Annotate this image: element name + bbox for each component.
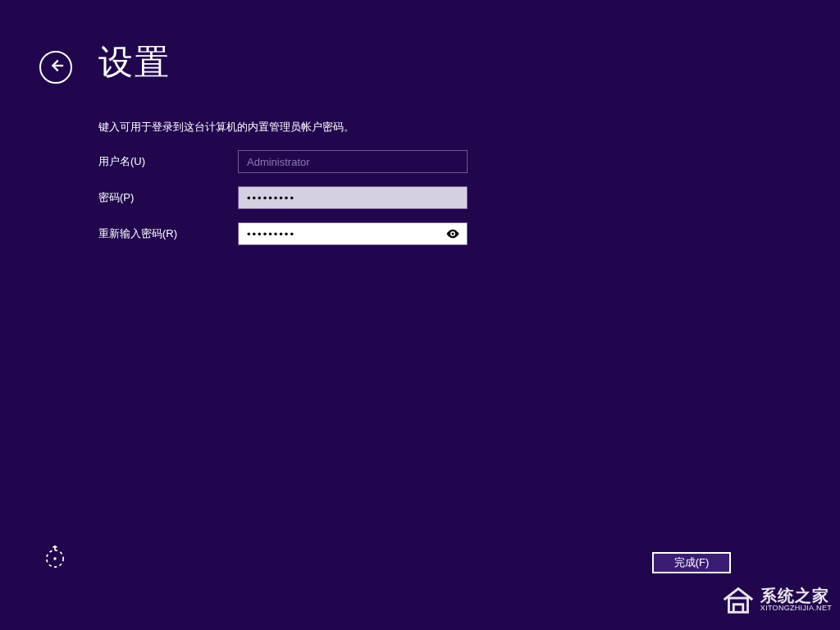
watermark-en: XITONGZHIJIA.NET	[760, 604, 832, 613]
confirm-field[interactable]: •••••••••	[238, 222, 468, 245]
confirm-mask: •••••••••	[247, 228, 295, 240]
password-label: 密码(P)	[98, 190, 238, 205]
svg-point-0	[452, 233, 454, 235]
password-mask: •••••••••	[247, 192, 295, 204]
username-field[interactable]: Administrator	[238, 150, 468, 173]
finish-label: 完成(F)	[674, 555, 710, 570]
watermark-cn: 系统之家	[760, 587, 832, 604]
instruction-text: 键入可用于登录到这台计算机的内置管理员帐户密码。	[98, 120, 354, 135]
confirm-row: 重新输入密码(R) •••••••••	[98, 222, 468, 245]
svg-point-2	[53, 557, 56, 559]
username-value: Administrator	[247, 156, 310, 168]
ease-of-access-icon[interactable]	[41, 545, 69, 573]
settings-form: 用户名(U) Administrator 密码(P) ••••••••• 重新输…	[98, 150, 468, 258]
watermark: 系统之家 XITONGZHIJIA.NET	[719, 581, 832, 619]
back-arrow-icon	[47, 57, 65, 78]
username-row: 用户名(U) Administrator	[98, 150, 468, 173]
username-label: 用户名(U)	[98, 154, 238, 169]
password-row: 密码(P) •••••••••	[98, 186, 468, 209]
watermark-text: 系统之家 XITONGZHIJIA.NET	[760, 587, 832, 613]
page-title: 设置	[98, 39, 171, 85]
password-field[interactable]: •••••••••	[238, 186, 468, 209]
reveal-password-icon[interactable]	[445, 226, 460, 241]
back-button[interactable]	[39, 51, 72, 84]
confirm-label: 重新输入密码(R)	[98, 226, 238, 241]
watermark-logo-icon	[719, 581, 757, 619]
finish-button[interactable]: 完成(F)	[652, 552, 731, 573]
